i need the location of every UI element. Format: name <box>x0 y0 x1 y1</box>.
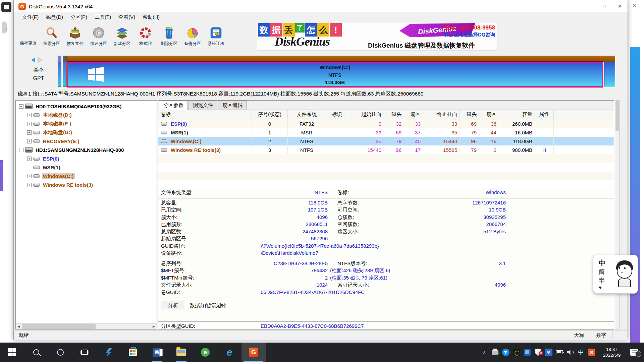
minimize-button[interactable]: — <box>581 0 597 12</box>
tree-item-volume[interactable]: +Windows(C:) <box>16 172 157 180</box>
maximize-button[interactable]: □ <box>597 0 612 12</box>
tab-分区参数[interactable]: 分区参数 <box>159 101 188 110</box>
table-row[interactable]: Windows RE tools(3)3NTFS1544096171556579… <box>158 145 614 154</box>
table-row[interactable]: MSR(1)1MSR33693735794416.0MB <box>158 128 614 137</box>
expander-icon[interactable]: + <box>27 130 32 135</box>
column-header[interactable]: 序号(状态) <box>252 110 288 119</box>
taskbar-app-word[interactable]: W <box>145 343 169 362</box>
expander-icon[interactable]: + <box>27 183 32 187</box>
tree-item-volume[interactable]: +ESP(0) <box>16 154 157 163</box>
scroll-right-icon[interactable]: ▶ <box>151 324 157 329</box>
column-header[interactable]: 扇区 <box>404 110 423 119</box>
taskbar-app-diskgenius[interactable]: G <box>241 343 266 362</box>
search-partition-button[interactable]: 搜索分区 <box>40 23 63 50</box>
expander-icon[interactable]: + <box>27 157 32 161</box>
format-button[interactable]: 格式化 <box>134 23 157 50</box>
menu-partition[interactable]: 分区(P) <box>67 14 91 20</box>
table-row[interactable]: Windows(C:)2NTFS357945154409616118.0GB <box>158 137 614 145</box>
ad-qq-link[interactable]: 或点击此处选择QQ咨询 <box>444 32 495 38</box>
cell-sc: 33 <box>348 128 384 137</box>
tray-messenger[interactable] <box>500 349 511 356</box>
menu-file[interactable]: 文件(F) <box>18 14 42 20</box>
ime-mode-simplified[interactable]: 简 <box>599 268 605 276</box>
tray-power[interactable] <box>554 350 565 354</box>
task-view-button[interactable] <box>72 343 97 362</box>
taskbar-search-button[interactable] <box>24 343 48 362</box>
taskbar-clock[interactable]: 18:37 2022/5/9 <box>597 347 627 358</box>
partition-block-windows-c[interactable]: Windows(C:) NTFS 118.0GB <box>67 62 603 87</box>
detail-vertical-scrollbar[interactable] <box>615 100 620 329</box>
scroll-left-icon[interactable]: ◀ <box>16 324 21 329</box>
tree-item-disk[interactable]: −HD1:SAMSUNGMZNLN128HAHQ-000 <box>16 145 157 154</box>
tree-item-disk[interactable]: −HD0:TOSHIBAMQ04ABF100(932GB) <box>16 102 157 111</box>
tray-sogou[interactable]: S <box>586 349 597 356</box>
system-migration-button[interactable]: 系统迁移 <box>204 23 228 50</box>
column-header[interactable]: 扇区 <box>479 110 499 119</box>
tray-defender[interactable]: ✕ <box>533 349 543 356</box>
tree-item-volume[interactable]: +本地磁盘(D:) <box>16 111 157 119</box>
tree-item-volume[interactable]: +RECOVERY(E:) <box>16 137 157 145</box>
expander-icon[interactable]: + <box>27 174 32 178</box>
expander-icon[interactable]: + <box>27 113 32 117</box>
banner-ad[interactable]: 数据丢了怎么! DiskGenius DiskGenius 致电: 400-00… <box>257 22 497 51</box>
expander-icon[interactable]: − <box>19 104 23 109</box>
sogou-ime-widget[interactable]: 中 简 半 ♥ <box>593 255 638 294</box>
new-partition-button[interactable]: 新建分区 <box>110 23 134 50</box>
tray-volume[interactable] <box>565 350 576 355</box>
menu-view[interactable]: 查看(V) <box>115 14 139 20</box>
save-changes-button[interactable]: 保存更改 <box>16 23 40 50</box>
column-header[interactable]: 文件系统 <box>288 110 326 119</box>
ime-mode-chinese[interactable]: 中 <box>599 258 605 267</box>
expander-icon[interactable]: + <box>27 139 32 143</box>
scroll-left-icon[interactable] <box>31 57 35 63</box>
expander-icon[interactable]: + <box>27 122 32 126</box>
scrollbar-thumb[interactable] <box>615 101 619 131</box>
tray-chevron-button[interactable]: ∧ <box>479 350 490 355</box>
tab-扇区编辑[interactable]: 扇区编辑 <box>218 101 247 110</box>
tree-item-volume[interactable]: +MSR(1) <box>16 163 157 172</box>
taskbar-app-explorer[interactable] <box>169 343 193 362</box>
column-header[interactable]: 属性 <box>535 110 554 119</box>
menu-help[interactable]: 帮助(H) <box>139 14 163 20</box>
expander-icon[interactable]: − <box>19 148 23 152</box>
column-header[interactable]: 磁头 <box>460 110 479 119</box>
ime-mode-halfwidth[interactable]: 半 <box>599 277 605 285</box>
tab-浏览文件[interactable]: 浏览文件 <box>189 101 217 110</box>
column-header[interactable]: 磁头 <box>384 110 404 119</box>
tree-item-volume[interactable]: +本地磁盘(G:) <box>16 128 157 137</box>
menu-tools[interactable]: 工具(T) <box>91 14 115 20</box>
taskbar-app-edge[interactable]: e <box>217 343 241 362</box>
tray-printer[interactable]: ✓ <box>490 350 500 355</box>
cortana-button[interactable] <box>48 343 72 362</box>
close-button[interactable]: ✕ <box>612 0 628 12</box>
table-row[interactable]: ESP(0)0FAT3203233336936260.0MB <box>158 119 614 128</box>
scroll-right-icon[interactable] <box>38 57 42 63</box>
action-center-button[interactable]: 2 <box>627 349 642 356</box>
column-header[interactable]: 卷标 <box>158 110 252 119</box>
tree-horizontal-scrollbar[interactable]: ◀ ▶ <box>16 323 157 329</box>
tree-item-volume[interactable]: +本地磁盘(F:) <box>16 119 157 128</box>
partition-block-esp[interactable] <box>58 56 61 87</box>
scrollbar-thumb[interactable] <box>22 324 96 329</box>
column-header[interactable]: 终止柱面 <box>423 110 460 119</box>
quick-partition-button[interactable]: 快速分区 <box>87 23 110 50</box>
backup-partition-button[interactable]: 备份分区 <box>181 23 204 50</box>
taskbar-app-flash[interactable] <box>97 343 121 362</box>
column-header[interactable]: 容量 <box>499 110 535 119</box>
tray-snowflake-app[interactable]: ❄ <box>543 349 554 356</box>
partition-block-msr[interactable] <box>63 56 67 87</box>
tray-intel-graphics[interactable] <box>522 349 533 356</box>
tray-ime-indicator[interactable]: 中 <box>576 349 586 356</box>
delete-partition-button[interactable]: 删除分区 <box>157 23 181 50</box>
tray-nvidia[interactable] <box>511 349 522 356</box>
column-header[interactable]: 起始柱面 <box>348 110 384 119</box>
menu-disk[interactable]: 磁盘(D) <box>42 14 67 20</box>
taskbar-app-browser360[interactable]: e <box>193 343 217 362</box>
partition-block-re-tools[interactable] <box>604 62 615 87</box>
recover-files-button[interactable]: 恢复文件 <box>63 23 87 50</box>
column-header[interactable]: 标识 <box>326 110 348 119</box>
taskbar-app-store[interactable] <box>121 343 145 362</box>
start-button[interactable] <box>0 343 24 362</box>
analyze-button[interactable]: 分析 <box>161 301 185 310</box>
tree-item-volume[interactable]: +Windows RE tools(3) <box>16 180 157 189</box>
